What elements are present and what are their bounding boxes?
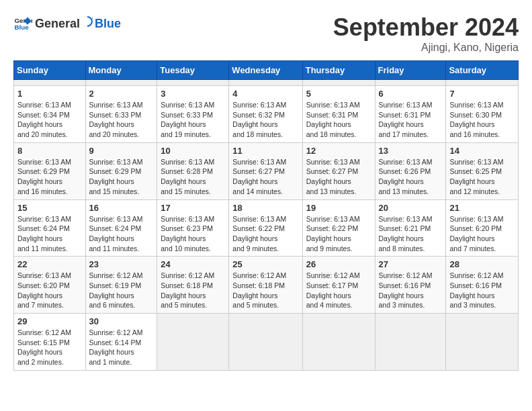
weekday-header-row: SundayMondayTuesdayWednesdayThursdayFrid… — [14, 61, 519, 80]
calendar-cell: 4 Sunrise: 6:13 AM Sunset: 6:32 PM Dayli… — [229, 86, 302, 143]
day-info: Sunrise: 6:13 AM Sunset: 6:27 PM Dayligh… — [232, 157, 298, 197]
calendar-cell: 8 Sunrise: 6:13 AM Sunset: 6:29 PM Dayli… — [14, 142, 86, 199]
day-info: Sunrise: 6:12 AM Sunset: 6:15 PM Dayligh… — [17, 328, 82, 367]
calendar-cell — [157, 80, 229, 86]
day-info: Sunrise: 6:13 AM Sunset: 6:29 PM Dayligh… — [89, 157, 154, 197]
calendar-cell: 15 Sunrise: 6:13 AM Sunset: 6:24 PM Dayl… — [14, 199, 86, 257]
weekday-header-cell: Saturday — [446, 61, 519, 80]
calendar-cell: 6 Sunrise: 6:13 AM Sunset: 6:31 PM Dayli… — [375, 86, 446, 143]
day-info: Sunrise: 6:13 AM Sunset: 6:24 PM Dayligh… — [17, 214, 82, 254]
day-info: Sunrise: 6:13 AM Sunset: 6:21 PM Dayligh… — [379, 214, 443, 254]
calendar-cell — [229, 314, 302, 371]
day-info: Sunrise: 6:13 AM Sunset: 6:31 PM Dayligh… — [379, 100, 443, 140]
day-number: 14 — [449, 146, 515, 156]
day-info: Sunrise: 6:13 AM Sunset: 6:31 PM Dayligh… — [306, 100, 371, 140]
day-number: 25 — [232, 259, 298, 269]
calendar-cell — [14, 80, 86, 86]
day-info: Sunrise: 6:13 AM Sunset: 6:32 PM Dayligh… — [232, 100, 298, 140]
day-number: 28 — [449, 259, 515, 269]
calendar-week-row: 1 Sunrise: 6:13 AM Sunset: 6:34 PM Dayli… — [14, 86, 519, 143]
day-number: 10 — [161, 146, 225, 156]
day-number: 23 — [89, 259, 154, 269]
calendar-cell: 29 Sunrise: 6:12 AM Sunset: 6:15 PM Dayl… — [14, 314, 86, 371]
calendar-cell: 25 Sunrise: 6:12 AM Sunset: 6:18 PM Dayl… — [229, 257, 302, 314]
calendar-cell — [375, 314, 446, 371]
calendar-cell: 30 Sunrise: 6:12 AM Sunset: 6:14 PM Dayl… — [85, 314, 157, 371]
day-info: Sunrise: 6:12 AM Sunset: 6:16 PM Dayligh… — [449, 271, 515, 310]
svg-text:Blue: Blue — [14, 24, 29, 31]
day-number: 6 — [379, 89, 443, 99]
day-info: Sunrise: 6:13 AM Sunset: 6:27 PM Dayligh… — [306, 157, 371, 197]
calendar-cell: 17 Sunrise: 6:13 AM Sunset: 6:23 PM Dayl… — [157, 199, 229, 257]
logo-bird-icon — [81, 15, 93, 28]
calendar-week-row: 8 Sunrise: 6:13 AM Sunset: 6:29 PM Dayli… — [14, 142, 519, 199]
day-info: Sunrise: 6:13 AM Sunset: 6:22 PM Dayligh… — [306, 214, 371, 254]
logo-blue-text: Blue — [95, 17, 121, 31]
day-number: 5 — [306, 89, 371, 99]
day-number: 8 — [17, 146, 82, 156]
header: General Blue General Blue September 2024… — [13, 13, 519, 54]
calendar-cell — [446, 314, 519, 371]
calendar-table: SundayMondayTuesdayWednesdayThursdayFrid… — [13, 60, 519, 371]
day-info: Sunrise: 6:13 AM Sunset: 6:24 PM Dayligh… — [89, 214, 154, 254]
logo-icon: General Blue — [13, 13, 32, 32]
day-info: Sunrise: 6:13 AM Sunset: 6:20 PM Dayligh… — [449, 214, 515, 254]
calendar-cell: 20 Sunrise: 6:13 AM Sunset: 6:21 PM Dayl… — [375, 199, 446, 257]
calendar-cell: 13 Sunrise: 6:13 AM Sunset: 6:26 PM Dayl… — [375, 142, 446, 199]
day-number: 22 — [17, 259, 82, 269]
calendar-cell: 19 Sunrise: 6:13 AM Sunset: 6:22 PM Dayl… — [302, 199, 375, 257]
day-number: 4 — [232, 89, 298, 99]
logo: General Blue General Blue — [13, 13, 121, 32]
day-info: Sunrise: 6:13 AM Sunset: 6:26 PM Dayligh… — [379, 157, 443, 197]
day-number: 12 — [306, 146, 371, 156]
day-info: Sunrise: 6:13 AM Sunset: 6:28 PM Dayligh… — [161, 157, 225, 197]
calendar-cell: 10 Sunrise: 6:13 AM Sunset: 6:28 PM Dayl… — [157, 142, 229, 199]
day-number: 30 — [89, 316, 154, 326]
weekday-header-cell: Tuesday — [157, 61, 229, 80]
calendar-cell — [157, 314, 229, 371]
day-number: 7 — [449, 89, 515, 99]
day-number: 26 — [306, 259, 371, 269]
day-info: Sunrise: 6:13 AM Sunset: 6:34 PM Dayligh… — [17, 100, 82, 140]
calendar-body: 1 Sunrise: 6:13 AM Sunset: 6:34 PM Dayli… — [14, 80, 519, 371]
day-info: Sunrise: 6:13 AM Sunset: 6:29 PM Dayligh… — [17, 157, 82, 197]
calendar-cell: 14 Sunrise: 6:13 AM Sunset: 6:25 PM Dayl… — [446, 142, 519, 199]
day-number: 3 — [161, 89, 225, 99]
calendar-cell: 12 Sunrise: 6:13 AM Sunset: 6:27 PM Dayl… — [302, 142, 375, 199]
day-number: 2 — [89, 89, 154, 99]
calendar-week-row: 15 Sunrise: 6:13 AM Sunset: 6:24 PM Dayl… — [14, 199, 519, 257]
calendar-cell: 22 Sunrise: 6:13 AM Sunset: 6:20 PM Dayl… — [14, 257, 86, 314]
day-number: 27 — [379, 259, 443, 269]
weekday-header-cell: Friday — [375, 61, 446, 80]
day-number: 21 — [449, 203, 515, 213]
calendar-cell: 3 Sunrise: 6:13 AM Sunset: 6:33 PM Dayli… — [157, 86, 229, 143]
day-number: 19 — [306, 203, 371, 213]
day-number: 18 — [232, 203, 298, 213]
calendar-cell — [302, 80, 375, 86]
calendar-cell: 9 Sunrise: 6:13 AM Sunset: 6:29 PM Dayli… — [85, 142, 157, 199]
day-number: 24 — [161, 259, 225, 269]
calendar-cell: 27 Sunrise: 6:12 AM Sunset: 6:16 PM Dayl… — [375, 257, 446, 314]
day-info: Sunrise: 6:12 AM Sunset: 6:19 PM Dayligh… — [89, 271, 154, 310]
day-number: 15 — [17, 203, 82, 213]
day-info: Sunrise: 6:13 AM Sunset: 6:25 PM Dayligh… — [449, 157, 515, 197]
calendar-cell: 26 Sunrise: 6:12 AM Sunset: 6:17 PM Dayl… — [302, 257, 375, 314]
calendar-cell — [85, 80, 157, 86]
calendar-cell: 11 Sunrise: 6:13 AM Sunset: 6:27 PM Dayl… — [229, 142, 302, 199]
calendar-cell: 2 Sunrise: 6:13 AM Sunset: 6:33 PM Dayli… — [85, 86, 157, 143]
calendar-cell — [302, 314, 375, 371]
calendar-cell: 7 Sunrise: 6:13 AM Sunset: 6:30 PM Dayli… — [446, 86, 519, 143]
calendar-cell: 1 Sunrise: 6:13 AM Sunset: 6:34 PM Dayli… — [14, 86, 86, 143]
calendar-week-row: 29 Sunrise: 6:12 AM Sunset: 6:15 PM Dayl… — [14, 314, 519, 371]
calendar-cell: 18 Sunrise: 6:13 AM Sunset: 6:22 PM Dayl… — [229, 199, 302, 257]
day-number: 17 — [161, 203, 225, 213]
location-title: Ajingi, Kano, Nigeria — [333, 42, 519, 54]
calendar-cell: 23 Sunrise: 6:12 AM Sunset: 6:19 PM Dayl… — [85, 257, 157, 314]
day-info: Sunrise: 6:12 AM Sunset: 6:16 PM Dayligh… — [379, 271, 443, 310]
day-info: Sunrise: 6:12 AM Sunset: 6:18 PM Dayligh… — [161, 271, 225, 310]
calendar-cell: 16 Sunrise: 6:13 AM Sunset: 6:24 PM Dayl… — [85, 199, 157, 257]
day-info: Sunrise: 6:13 AM Sunset: 6:20 PM Dayligh… — [17, 271, 82, 310]
day-info: Sunrise: 6:13 AM Sunset: 6:23 PM Dayligh… — [161, 214, 225, 254]
weekday-header-cell: Wednesday — [229, 61, 302, 80]
day-number: 1 — [17, 89, 82, 99]
